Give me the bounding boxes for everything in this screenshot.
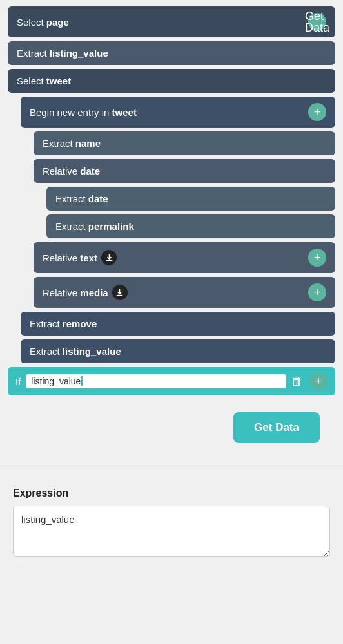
row-extract-listing[interactable]: Extract listing_value xyxy=(8,41,335,65)
row-name-label: page xyxy=(46,17,69,28)
row-name-label: name xyxy=(75,138,101,149)
expression-section: Expression xyxy=(0,478,343,572)
row-select-tweet[interactable]: Select tweet xyxy=(8,69,335,93)
row-begin-tweet[interactable]: Begin new entry in tweet + xyxy=(21,97,335,128)
section-divider xyxy=(0,468,343,468)
get-data-wrap: Get Data xyxy=(8,399,335,461)
if-actions: 🗑 + xyxy=(291,372,328,390)
row-type-label: Relative xyxy=(43,287,80,298)
row-name-label: tweet xyxy=(46,75,71,86)
download-svg xyxy=(105,254,113,262)
row-name-label: date xyxy=(88,193,108,204)
plus-button[interactable]: + xyxy=(308,249,326,267)
plus-icon: + xyxy=(314,287,321,298)
row-extract-remove[interactable]: Extract remove xyxy=(21,312,335,336)
row-relative-date[interactable]: Relative date xyxy=(34,159,335,183)
download-svg xyxy=(115,289,124,297)
if-plus-button[interactable]: + xyxy=(309,372,328,390)
row-type-label: Relative xyxy=(43,166,80,176)
row-name-label: media xyxy=(80,287,108,298)
plus-icon: + xyxy=(314,252,321,263)
row-name-label: date xyxy=(80,166,100,176)
row-relative-media[interactable]: Relative media + xyxy=(34,277,335,308)
download-icon[interactable] xyxy=(101,250,117,265)
pipeline-container: Select page Get Data Extract listing_val… xyxy=(0,0,343,468)
row-type-label: Extract xyxy=(55,221,88,232)
row-name-label: text xyxy=(80,252,97,263)
row-name-label: remove xyxy=(63,318,97,329)
row-name-label: tweet xyxy=(112,107,137,118)
expression-textarea[interactable] xyxy=(13,506,330,557)
get-data-button[interactable]: Get Data xyxy=(233,412,320,443)
row-relative-text[interactable]: Relative text + xyxy=(34,242,335,273)
row-type-label: Relative xyxy=(43,252,80,263)
row-extract-listing2[interactable]: Extract listing_value xyxy=(21,339,335,363)
if-label: If xyxy=(15,376,21,387)
if-row[interactable]: If listing_value 🗑 + xyxy=(8,367,335,395)
plus-icon: + xyxy=(314,106,321,118)
expression-label: Expression xyxy=(13,488,330,499)
row-extract-permalink[interactable]: Extract permalink xyxy=(46,214,335,238)
row-name-label: permalink xyxy=(88,221,134,232)
row-type-label: Extract xyxy=(30,318,63,329)
row-type-label: Extract xyxy=(17,48,50,59)
cursor-indicator xyxy=(81,376,83,386)
row-type-label: Select xyxy=(17,17,46,28)
row-name-label: listing_value xyxy=(50,48,108,59)
row-type-label: Begin new entry in xyxy=(30,107,112,118)
plus-icon: + xyxy=(315,375,322,387)
plus-button[interactable]: + xyxy=(308,283,326,301)
plus-button[interactable]: + xyxy=(308,103,326,121)
if-input-value: listing_value xyxy=(31,376,81,386)
row-extract-date[interactable]: Extract date xyxy=(46,187,335,211)
row-select-page[interactable]: Select page Get Data xyxy=(8,6,335,37)
row-extract-name[interactable]: Extract name xyxy=(34,131,335,155)
row-type-label: Extract xyxy=(30,346,63,357)
plus-button[interactable]: Get Data xyxy=(308,13,326,31)
row-type-label: Extract xyxy=(55,193,88,204)
row-type-label: Select xyxy=(17,75,46,86)
row-name-label: listing_value xyxy=(63,346,121,357)
trash-icon[interactable]: 🗑 xyxy=(291,375,303,388)
row-type-label: Extract xyxy=(43,138,75,149)
if-input-wrap[interactable]: listing_value xyxy=(26,374,286,388)
download-icon[interactable] xyxy=(112,285,128,300)
